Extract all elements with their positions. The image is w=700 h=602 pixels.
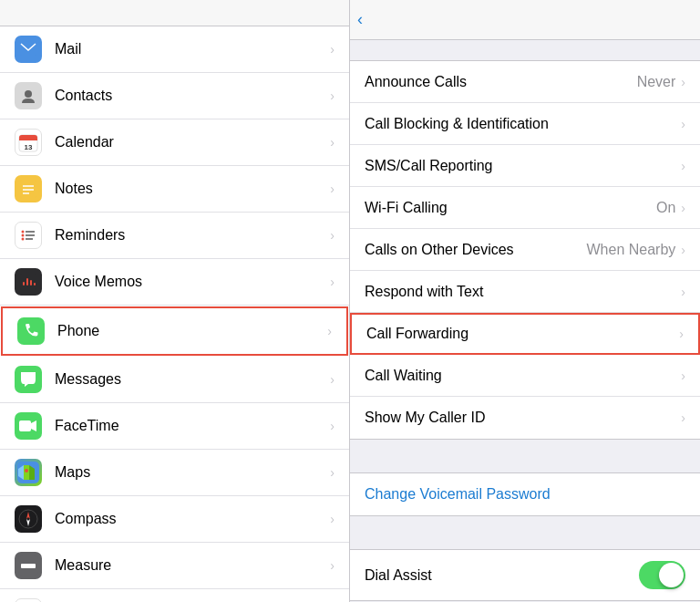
settings-item-value-calls-other-devices: When Nearby <box>587 242 676 258</box>
sidebar-item-measure[interactable]: Measure› <box>0 543 349 589</box>
settings-item-respond-with-text[interactable]: Respond with Text› <box>350 271 700 313</box>
left-header <box>0 0 349 26</box>
chevron-right-icon: › <box>681 285 685 299</box>
svg-text:13: 13 <box>25 143 33 151</box>
settings-item-label-wifi-calling: Wi-Fi Calling <box>365 200 656 216</box>
mail-icon <box>15 36 42 63</box>
facetime-icon <box>15 412 42 440</box>
sidebar-item-messages[interactable]: Messages› <box>0 357 349 403</box>
sidebar-item-reminders[interactable]: Reminders› <box>0 213 349 259</box>
right-dial-assist-list: Dial Assist <box>350 549 700 601</box>
right-header: ‹ <box>350 0 700 40</box>
settings-item-label-calls-other-devices: Calls on Other Devices <box>365 242 587 258</box>
svg-rect-17 <box>23 282 25 285</box>
back-button[interactable]: ‹ <box>357 10 365 29</box>
chevron-right-icon: › <box>681 117 685 131</box>
settings-item-label-show-caller-id: Show My Caller ID <box>365 410 681 426</box>
svg-rect-4 <box>19 139 37 140</box>
chevron-right-icon: › <box>330 558 335 573</box>
action-item-label-change-voicemail-password: Change Voicemail Password <box>365 486 685 503</box>
sidebar-item-notes[interactable]: Notes› <box>0 166 349 213</box>
sidebar-item-maps[interactable]: Maps› <box>0 450 349 496</box>
chevron-right-icon: › <box>681 368 685 383</box>
sidebar-item-label-reminders: Reminders <box>55 227 330 244</box>
chevron-right-icon: › <box>330 372 335 387</box>
chevron-right-icon: › <box>330 228 335 243</box>
settings-item-sms-call-reporting[interactable]: SMS/Call Reporting› <box>350 145 700 187</box>
settings-item-label-call-forwarding: Call Forwarding <box>366 326 679 342</box>
maps-icon <box>15 459 42 486</box>
settings-item-wifi-calling[interactable]: Wi-Fi CallingOn› <box>350 187 700 229</box>
chevron-left-icon: ‹ <box>357 10 363 29</box>
sidebar-item-contacts[interactable]: Contacts› <box>0 73 349 119</box>
settings-item-call-waiting[interactable]: Call Waiting› <box>350 355 700 397</box>
chevron-right-icon: › <box>330 465 335 480</box>
settings-item-call-forwarding[interactable]: Call Forwarding› <box>350 313 700 355</box>
svg-point-12 <box>22 234 25 237</box>
settings-item-label-call-waiting: Call Waiting <box>365 368 681 384</box>
chevron-right-icon: › <box>327 324 332 338</box>
chevron-right-icon: › <box>330 42 335 57</box>
svg-rect-19 <box>30 280 32 285</box>
chevron-right-icon: › <box>681 243 685 257</box>
chevron-right-icon: › <box>681 410 685 425</box>
compass-icon <box>15 505 42 533</box>
settings-item-label-announce-calls: Announce Calls <box>365 74 637 90</box>
sidebar-item-label-maps: Maps <box>55 464 330 481</box>
voicememos-icon <box>15 268 42 296</box>
svg-point-27 <box>25 469 28 472</box>
svg-rect-6 <box>20 180 36 198</box>
settings-item-label-respond-with-text: Respond with Text <box>365 284 681 300</box>
sidebar-item-label-notes: Notes <box>55 181 330 197</box>
sidebar-item-safari[interactable]: Safari› <box>0 589 349 602</box>
calendar-icon: 13 <box>15 129 42 156</box>
right-settings-list: Announce CallsNever›Call Blocking & Iden… <box>350 60 700 440</box>
messages-icon <box>15 366 42 393</box>
right-action-list: Change Voicemail Password <box>350 472 700 516</box>
settings-item-value-announce-calls: Never <box>637 74 676 90</box>
chevron-right-icon: › <box>330 182 335 196</box>
notes-icon <box>15 175 42 202</box>
chevron-right-icon: › <box>679 327 684 341</box>
settings-item-dial-assist[interactable]: Dial Assist <box>350 550 700 600</box>
sidebar-item-facetime[interactable]: FaceTime› <box>0 403 349 450</box>
sidebar-item-label-messages: Messages <box>55 371 330 388</box>
chevron-right-icon: › <box>330 275 335 289</box>
svg-marker-22 <box>31 420 36 431</box>
section-divider <box>350 440 700 472</box>
chevron-right-icon: › <box>330 135 335 150</box>
svg-rect-21 <box>19 420 31 431</box>
svg-rect-32 <box>21 564 36 568</box>
sidebar-item-label-phone: Phone <box>57 323 327 339</box>
settings-item-announce-calls[interactable]: Announce CallsNever› <box>350 61 700 103</box>
sidebar-item-compass[interactable]: Compass› <box>0 496 349 543</box>
sidebar-item-phone[interactable]: Phone› <box>1 306 348 356</box>
dial-assist-toggle[interactable] <box>639 561 685 589</box>
settings-item-show-caller-id[interactable]: Show My Caller ID› <box>350 397 700 439</box>
chevron-right-icon: › <box>681 201 685 215</box>
action-item-change-voicemail-password[interactable]: Change Voicemail Password <box>350 473 700 515</box>
sidebar-item-label-mail: Mail <box>55 41 330 57</box>
sidebar-item-calendar[interactable]: 13Calendar› <box>0 119 349 166</box>
settings-item-call-blocking[interactable]: Call Blocking & Identification› <box>350 103 700 145</box>
right-content: Announce CallsNever›Call Blocking & Iden… <box>350 40 700 602</box>
chevron-right-icon: › <box>330 88 335 103</box>
sidebar-item-label-contacts: Contacts <box>55 88 330 104</box>
chevron-right-icon: › <box>330 512 335 526</box>
sidebar-item-mail[interactable]: Mail› <box>0 26 349 73</box>
phone-icon <box>17 317 45 345</box>
section-divider-2 <box>350 516 700 549</box>
chevron-right-icon: › <box>681 75 685 89</box>
svg-rect-18 <box>26 278 28 285</box>
svg-rect-20 <box>34 283 36 285</box>
sidebar-item-label-measure: Measure <box>55 557 330 574</box>
settings-item-calls-other-devices[interactable]: Calls on Other DevicesWhen Nearby› <box>350 229 700 271</box>
chevron-right-icon: › <box>681 159 685 173</box>
calls-section-header <box>350 40 700 60</box>
safari-icon <box>15 598 42 602</box>
left-settings-list: Mail›Contacts›13Calendar›Notes›Reminders… <box>0 26 349 602</box>
sidebar-item-label-compass: Compass <box>55 511 330 527</box>
settings-item-label-call-blocking: Call Blocking & Identification <box>365 116 681 132</box>
sidebar-item-voicememos[interactable]: Voice Memos› <box>0 259 349 306</box>
reminders-icon <box>15 222 42 249</box>
